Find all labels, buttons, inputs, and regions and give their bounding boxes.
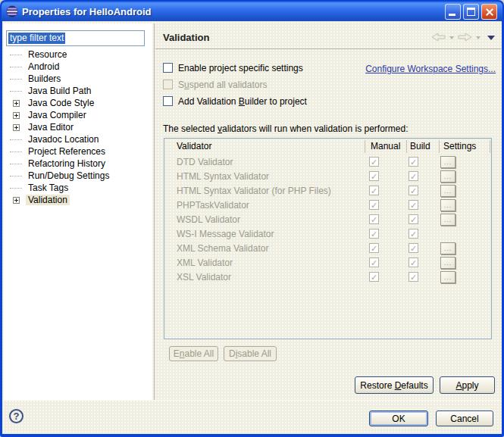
validator-row: XSL Validator✓✓... — [164, 270, 491, 285]
column-header-build[interactable]: Build — [410, 141, 430, 151]
manual-checkbox[interactable]: ✓ — [369, 229, 379, 239]
apply-button[interactable]: Apply — [440, 376, 495, 394]
validator-row: HTML Syntax Validator (for PHP Files)✓✓.… — [164, 184, 491, 198]
settings-button[interactable]: ... — [440, 271, 455, 283]
minimize-button[interactable] — [445, 4, 461, 20]
sidebar-item-refactoring-history[interactable]: Refactoring History — [6, 158, 150, 170]
checkbox-label: Enable project specific settings — [178, 63, 303, 73]
settings-button[interactable]: ... — [440, 199, 455, 211]
column-header-settings[interactable]: Settings — [443, 141, 476, 151]
validator-name: WSDL Validator — [177, 214, 240, 225]
properties-dialog: Properties for HelloAndroid type filter … — [0, 0, 504, 437]
manual-checkbox[interactable]: ✓ — [369, 171, 379, 181]
manual-checkbox[interactable]: ✓ — [369, 258, 379, 267]
sidebar-item-android[interactable]: Android — [6, 61, 150, 73]
forward-icon[interactable] — [458, 31, 472, 45]
filter-input-value: type filter text — [8, 33, 65, 44]
eclipse-icon — [6, 5, 18, 17]
validator-name: DTD Validator — [177, 157, 233, 167]
help-icon[interactable]: ? — [9, 409, 23, 423]
maximize-button[interactable] — [463, 4, 479, 20]
tree-leader — [6, 48, 26, 61]
tree-expander — [6, 121, 26, 133]
build-checkbox[interactable]: ✓ — [409, 157, 418, 167]
properties-tree: ResourceAndroidBuildersJava Build PathJa… — [6, 48, 150, 206]
cancel-button[interactable]: Cancel — [436, 410, 493, 426]
sidebar-item-java-code-style[interactable]: Java Code Style — [6, 97, 150, 109]
build-checkbox[interactable]: ✓ — [409, 214, 418, 224]
close-button[interactable] — [481, 4, 497, 20]
manual-checkbox[interactable]: ✓ — [369, 200, 379, 210]
sidebar-item-java-build-path[interactable]: Java Build Path — [6, 85, 150, 97]
page-title: Validation — [163, 32, 209, 43]
manual-checkbox[interactable]: ✓ — [369, 214, 379, 224]
validators-table: Validator Manual Build Settings DTD Vali… — [164, 138, 492, 339]
sidebar-item-builders[interactable]: Builders — [6, 73, 150, 85]
restore-defaults-button[interactable]: Restore Defaults — [355, 376, 434, 394]
expand-plus-icon[interactable] — [13, 112, 20, 119]
expand-plus-icon[interactable] — [13, 124, 20, 131]
expand-plus-icon[interactable] — [13, 100, 20, 107]
sidebar-item-label: Javadoc Location — [26, 134, 101, 145]
manual-checkbox[interactable]: ✓ — [369, 157, 379, 167]
validator-name: PHPTaskValidator — [177, 200, 249, 211]
sidebar-item-java-editor[interactable]: Java Editor — [6, 121, 150, 133]
sidebar-item-validation[interactable]: Validation — [6, 194, 150, 206]
titlebar[interactable]: Properties for HelloAndroid — [2, 2, 502, 21]
settings-button[interactable]: ... — [440, 185, 455, 197]
ok-button[interactable]: OK — [369, 410, 428, 426]
configure-workspace-settings-link[interactable]: Configure Workspace Settings... — [365, 64, 496, 74]
panel-splitter[interactable] — [154, 23, 155, 400]
sidebar-item-resource[interactable]: Resource — [6, 48, 150, 61]
sidebar-item-run-debug-settings[interactable]: Run/Debug Settings — [6, 170, 150, 182]
tree-leader — [6, 145, 26, 158]
sidebar-item-label: Java Build Path — [26, 86, 93, 96]
manual-checkbox[interactable]: ✓ — [369, 243, 379, 253]
build-checkbox[interactable]: ✓ — [409, 258, 418, 267]
tree-expander — [6, 194, 26, 206]
filter-input[interactable]: type filter text — [6, 30, 145, 46]
sidebar-item-label: Validation — [26, 195, 70, 205]
settings-button[interactable]: ... — [440, 257, 455, 269]
build-checkbox[interactable]: ✓ — [409, 171, 418, 181]
back-icon[interactable] — [431, 31, 446, 45]
tree-leader — [6, 85, 26, 97]
tree-expander — [6, 97, 26, 109]
validator-row: XML Schema Validator✓✓... — [164, 242, 491, 256]
sidebar-item-javadoc-location[interactable]: Javadoc Location — [6, 133, 150, 145]
manual-checkbox[interactable]: ✓ — [369, 186, 379, 195]
validator-name: XML Validator — [177, 258, 233, 268]
suspend-validators-checkbox — [163, 80, 173, 89]
sidebar-item-task-tags[interactable]: Task Tags — [6, 182, 150, 194]
back-menu-caret-icon[interactable] — [449, 36, 454, 39]
column-header-validator[interactable]: Validator — [177, 141, 211, 151]
tree-leader — [6, 182, 26, 194]
forward-menu-caret-icon[interactable] — [476, 36, 481, 39]
add-validation-builder-checkbox[interactable] — [163, 96, 173, 106]
settings-button[interactable]: ... — [440, 214, 455, 226]
settings-button[interactable]: ... — [440, 242, 455, 254]
column-header-manual[interactable]: Manual — [371, 141, 400, 151]
build-checkbox[interactable]: ✓ — [409, 243, 418, 253]
validators-rows: DTD Validator✓✓...HTML Syntax Validator✓… — [164, 155, 491, 285]
build-checkbox[interactable]: ✓ — [409, 200, 418, 210]
tree-leader — [6, 73, 26, 85]
build-checkbox[interactable]: ✓ — [409, 272, 418, 282]
tree-leader — [6, 133, 26, 145]
column-separator — [365, 140, 365, 153]
enable-project-specific-checkbox[interactable] — [163, 63, 173, 73]
validator-name: XML Schema Validator — [177, 243, 268, 254]
sidebar-item-label: Refactoring History — [26, 158, 108, 169]
build-checkbox[interactable]: ✓ — [409, 186, 418, 195]
manual-checkbox[interactable]: ✓ — [369, 272, 379, 282]
sidebar-item-java-compiler[interactable]: Java Compiler — [6, 109, 150, 121]
settings-button[interactable]: ... — [440, 170, 455, 183]
validator-name: WS-I Message Validator — [177, 229, 274, 239]
sidebar-item-label: Project References — [26, 146, 108, 157]
settings-button[interactable]: ... — [440, 156, 455, 168]
sidebar-item-project-references[interactable]: Project References — [6, 145, 150, 158]
expand-plus-icon[interactable] — [13, 197, 20, 204]
build-checkbox[interactable]: ✓ — [409, 229, 418, 239]
validator-row: HTML Syntax Validator✓✓... — [164, 170, 491, 184]
view-menu-icon[interactable] — [487, 36, 495, 40]
